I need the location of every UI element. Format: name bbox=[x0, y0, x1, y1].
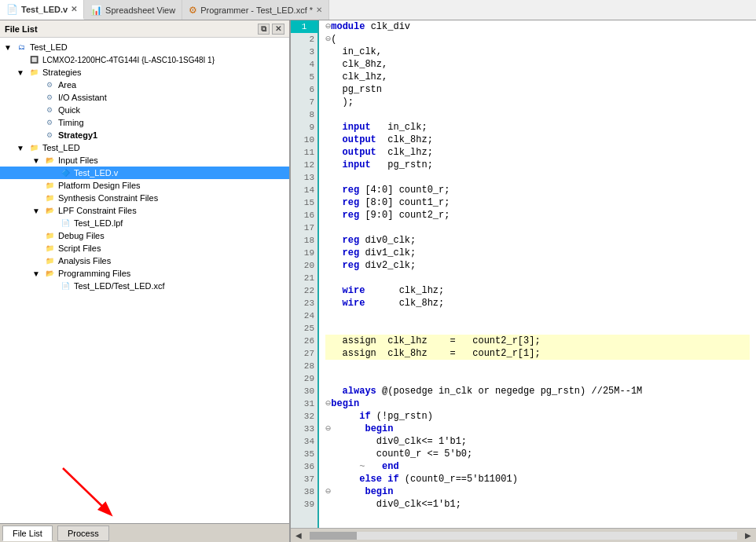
tree-item-ioassistant[interactable]: ⚙ I/O Assistant bbox=[0, 91, 289, 104]
scroll-right[interactable]: ▶ bbox=[740, 531, 756, 540]
toggle-root[interactable]: ▼ bbox=[3, 43, 13, 52]
panel-float-btn[interactable]: ⧉ bbox=[258, 24, 270, 35]
debug-label: Debug Files bbox=[58, 231, 105, 240]
project-icon: 🗂 bbox=[15, 42, 28, 53]
tree-item-quick[interactable]: ⚙ Quick bbox=[0, 104, 289, 116]
tab-verilog[interactable]: 📄 Test_LED.v ✕ bbox=[0, 0, 84, 20]
code-line: in_clk, bbox=[325, 46, 750, 58]
bottom-tab-process-label: Process bbox=[68, 529, 99, 538]
code-line: input pg_rstn; bbox=[325, 159, 750, 171]
bottom-tab-filelist-label: File List bbox=[13, 529, 42, 538]
tree-item-timing[interactable]: ⚙ Timing bbox=[0, 116, 289, 129]
root-label: Test_LED bbox=[30, 42, 68, 52]
synthesis-label: Synthesis Constraint Files bbox=[58, 193, 158, 203]
folder-debug-icon: 📁 bbox=[43, 230, 56, 241]
tree-item-debug[interactable]: 📁 Debug Files bbox=[0, 229, 289, 242]
script-label: Script Files bbox=[58, 244, 101, 253]
code-line bbox=[325, 222, 750, 234]
code-area[interactable]: ⊖module clk_div ⊖( in_clk, clk_8hz, clk_… bbox=[319, 20, 756, 528]
code-line: ⊖module clk_div bbox=[325, 20, 750, 33]
tree-item-lpf[interactable]: ▼ 📂 LPF Constraint Files bbox=[0, 204, 289, 217]
tree-item-script[interactable]: 📁 Script Files bbox=[0, 242, 289, 255]
code-line: ~ end bbox=[325, 460, 750, 473]
code-line: ⊖( bbox=[325, 33, 750, 46]
strategies-label: Strategies bbox=[42, 68, 82, 77]
code-line bbox=[325, 272, 750, 284]
inputfiles-label: Input Files bbox=[58, 156, 98, 165]
verilog-icon: 📄 bbox=[6, 4, 18, 15]
code-line: reg [9:0] count2_r; bbox=[325, 209, 750, 222]
toggle-inputfiles[interactable]: ▼ bbox=[31, 156, 41, 165]
scroll-left[interactable]: ◀ bbox=[291, 531, 306, 540]
tab-programmer-label: Programmer - Test_LED.xcf * bbox=[200, 5, 313, 15]
code-line: clk_8hz, bbox=[325, 58, 750, 71]
code-line bbox=[325, 322, 750, 335]
tree-item-root[interactable]: ▼ 🗂 Test_LED bbox=[0, 41, 289, 53]
toggle-programming[interactable]: ▼ bbox=[31, 269, 41, 278]
tree-item-device[interactable]: 🔲 LCMXO2-1200HC-4TG144I {L-ASC10-1SG48I … bbox=[0, 53, 289, 66]
verilog-file-icon: 🔷 bbox=[59, 167, 72, 178]
tree-item-xcf[interactable]: 📄 Test_LED/Test_LED.xcf bbox=[0, 280, 289, 292]
folder-inputfiles-icon: 📂 bbox=[43, 155, 56, 166]
ioassistant-icon: ⚙ bbox=[43, 92, 56, 103]
quick-icon: ⚙ bbox=[43, 104, 56, 115]
code-line: output clk_8hz; bbox=[325, 134, 750, 146]
tree-item-area[interactable]: ⚙ Area bbox=[0, 79, 289, 91]
tab-programmer-close[interactable]: ✕ bbox=[316, 5, 322, 14]
code-line: wire clk_lhz; bbox=[325, 284, 750, 297]
tree-item-testledv[interactable]: 🔷 Test_LED.v bbox=[0, 167, 289, 179]
bottom-tab-process[interactable]: Process bbox=[57, 526, 109, 541]
code-line: reg div1_clk; bbox=[325, 247, 750, 259]
code-line: ⊖ begin bbox=[325, 423, 750, 435]
toggle-strategies[interactable]: ▼ bbox=[16, 68, 25, 77]
testledv-label: Test_LED.v bbox=[74, 168, 118, 178]
tree-item-analysis[interactable]: 📁 Analysis Files bbox=[0, 255, 289, 267]
line-numbers: 1 234567 8910111213 141516171819 2021222… bbox=[291, 20, 319, 528]
tab-spreadsheet[interactable]: 📊 Spreadsheet View bbox=[84, 0, 182, 20]
tree-item-testledlpf[interactable]: 📄 Test_LED.lpf bbox=[0, 217, 289, 229]
folder-synthesis-icon: 📁 bbox=[43, 192, 56, 203]
tab-programmer[interactable]: ⚙ Programmer - Test_LED.xcf * ✕ bbox=[182, 0, 329, 20]
code-line bbox=[325, 108, 750, 121]
file-tree: ▼ 🗂 Test_LED 🔲 LCMXO2-1200HC-4TG144I {L-… bbox=[0, 38, 289, 523]
tree-item-inputfiles[interactable]: ▼ 📂 Input Files bbox=[0, 154, 289, 167]
xcf-label: Test_LED/Test_LED.xcf bbox=[74, 281, 165, 291]
code-line: reg [8:0] count1_r; bbox=[325, 196, 750, 209]
toggle-testled[interactable]: ▼ bbox=[16, 144, 25, 152]
strategy1-label: Strategy1 bbox=[58, 130, 97, 140]
code-line: reg [4:0] count0_r; bbox=[325, 184, 750, 196]
tab-bar: 📄 Test_LED.v ✕ 📊 Spreadsheet View ⚙ Prog… bbox=[0, 0, 756, 20]
code-line: pg_rstn bbox=[325, 83, 750, 96]
code-line: reg div2_clk; bbox=[325, 259, 750, 272]
folder-lpf-icon: 📂 bbox=[43, 205, 56, 216]
file-panel: File List ⧉ ✕ ▼ 🗂 Test_LED 🔲 LCMXO2-1200… bbox=[0, 20, 291, 542]
code-line: count0_r <= 5'b0; bbox=[325, 448, 750, 460]
tab-verilog-close[interactable]: ✕ bbox=[71, 5, 77, 13]
toggle-lpf[interactable]: ▼ bbox=[31, 207, 41, 215]
timing-label: Timing bbox=[58, 118, 84, 127]
editor-scroll-nav: ◀ ▶ bbox=[291, 528, 756, 542]
testled-label: Test_LED bbox=[42, 143, 80, 152]
device-label: LCMXO2-1200HC-4TG144I {L-ASC10-1SG48I 1} bbox=[42, 56, 215, 64]
tree-item-programming[interactable]: ▼ 📂 Programming Files bbox=[0, 267, 289, 280]
bottom-tab-filelist[interactable]: File List bbox=[2, 526, 53, 541]
tree-item-testled[interactable]: ▼ 📁 Test_LED bbox=[0, 141, 289, 154]
timing-icon: ⚙ bbox=[43, 117, 56, 128]
spreadsheet-icon: 📊 bbox=[90, 5, 102, 16]
code-line: output clk_lhz; bbox=[325, 146, 750, 159]
tree-item-platform[interactable]: 📁 Platform Design Files bbox=[0, 179, 289, 192]
tree-item-strategies[interactable]: ▼ 📁 Strategies bbox=[0, 66, 289, 79]
area-icon: ⚙ bbox=[43, 79, 56, 90]
panel-close-btn[interactable]: ✕ bbox=[272, 24, 284, 35]
folder-programming-icon: 📂 bbox=[43, 268, 56, 279]
tree-item-synthesis[interactable]: 📁 Synthesis Constraint Files bbox=[0, 192, 289, 204]
lpf-file-icon: 📄 bbox=[59, 218, 72, 229]
code-line: div0_clk<=1'b1; bbox=[325, 498, 750, 511]
code-line bbox=[325, 360, 750, 372]
tab-spreadsheet-label: Spreadsheet View bbox=[105, 5, 175, 15]
area-label: Area bbox=[58, 80, 76, 90]
tree-item-strategy1[interactable]: ⚙ Strategy1 bbox=[0, 129, 289, 141]
editor-content[interactable]: 1 234567 8910111213 141516171819 2021222… bbox=[291, 20, 756, 528]
code-line-26: assign clk_lhz = count2_r[3]; bbox=[325, 335, 750, 347]
folder-strategies-icon: 📁 bbox=[28, 67, 40, 78]
